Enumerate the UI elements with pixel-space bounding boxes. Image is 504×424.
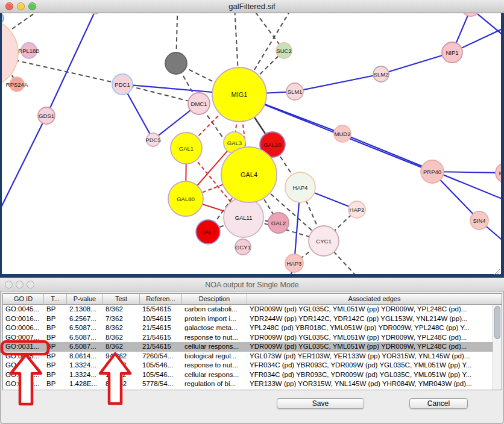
cell-r1c1: BP: [44, 314, 67, 324]
node-cut-corner[interactable]: [2, 13, 4, 23]
table-body: GO:0045...BP2.1308...8/36215/54615carbon…: [3, 305, 493, 390]
vertical-scrollbar[interactable]: [493, 305, 502, 390]
node-gray-node[interactable]: [165, 52, 187, 74]
cell-r3c1: BP: [44, 333, 67, 343]
cell-r7c2: 1.3324...: [67, 370, 103, 380]
noa-output-window: NOA output for Single Mode GO IDT...P-va…: [0, 278, 504, 424]
node-label-GAL10: GAL10: [263, 142, 282, 148]
node-label-NIP1: NIP1: [446, 49, 458, 56]
cell-r7c3: 11/362: [103, 370, 140, 380]
cell-r8c5: regulation of bi...: [182, 379, 247, 389]
column-header-2[interactable]: P-value: [67, 294, 103, 305]
edge-blue: [2, 116, 46, 224]
cell-r8c0: GO:0050...: [3, 379, 44, 389]
cell-r8c3: 80/362: [103, 379, 140, 389]
table-row-5[interactable]: GO:0065...BP8.0614...94/3627260/54...bio…: [3, 352, 493, 361]
noa-window-title: NOA output for Single Mode: [0, 278, 504, 292]
cell-r2c5: galactose meta...: [182, 323, 247, 333]
cell-r4c0: GO:0031...: [3, 342, 44, 352]
cell-r0c2: 2.1308...: [67, 305, 103, 314]
column-header-4[interactable]: Referen...: [140, 294, 182, 305]
cell-r1c2: 6.2567...: [67, 314, 103, 324]
cell-r5c6: YGL073W (pd) YER103W, YER133W (pp) YOR31…: [247, 352, 493, 361]
node-label-GAL4: GAL4: [241, 171, 257, 178]
network-window-title: galFiltered.sif: [0, 0, 504, 13]
scrollbar-thumb[interactable]: [494, 306, 500, 339]
node-cut-top-1[interactable]: [90, 13, 101, 14]
column-header-3[interactable]: Test: [103, 294, 140, 305]
cell-r0c5: carbon cataboli...: [182, 305, 247, 314]
node-cut-top-3[interactable]: [462, 13, 480, 16]
cell-r7c6: YFR034C (pd) YBR093C, YDR009W (pd) YGL03…: [247, 370, 493, 380]
table-header-row: GO IDT...P-valueTestReferen...Desciption…: [3, 294, 502, 305]
cell-r0c0: GO:0045...: [3, 305, 44, 314]
cell-r2c2: 6.5087...: [67, 323, 103, 333]
node-label-GDS1: GDS1: [39, 113, 54, 119]
network-window-titlebar: galFiltered.sif: [0, 0, 504, 13]
node-label-GAL1: GAL1: [179, 145, 194, 152]
table-row-0[interactable]: GO:0045...BP2.1308...8/36215/54615carbon…: [3, 305, 493, 314]
cell-r0c6: YDR009W (pd) YGL035C, YML051W (pp) YDR00…: [247, 305, 493, 314]
cell-r8c1: BP: [44, 379, 67, 389]
column-header-6[interactable]: Associated edges: [247, 294, 502, 305]
cell-r2c0: GO:0006...: [3, 323, 44, 333]
cell-r7c1: BP: [44, 370, 67, 380]
cell-r4c3: 8/362: [103, 342, 140, 352]
table-row-1[interactable]: GO:0016...BP6.2567...7/36210/54615protei…: [3, 314, 493, 324]
cell-r8c4: 5778/54...: [140, 379, 182, 389]
cell-r6c6: YFR034C (pd) YBR093C, YDR009W (pd) YGL03…: [247, 361, 493, 370]
cell-r8c6: YER133W (pp) YOR315W, YNL145W (pd) YHR08…: [247, 379, 493, 389]
cell-r7c5: cellular respons...: [182, 370, 247, 380]
cell-r3c6: YDR009W (pd) YGL035C, YML051W (pp) YDR00…: [247, 333, 493, 343]
cell-r4c1: BP: [44, 342, 67, 352]
node-label-SLM2: SLM2: [374, 71, 389, 78]
cell-r5c4: 7260/54...: [140, 352, 182, 361]
node-label-GAL80: GAL80: [177, 196, 195, 202]
node-label-RPS24A: RPS24A: [6, 81, 28, 88]
column-header-1[interactable]: T...: [44, 294, 67, 305]
column-header-5[interactable]: Desciption: [182, 294, 247, 305]
node-label-GAL2: GAL2: [271, 220, 286, 226]
cell-r3c3: 8/362: [103, 333, 140, 343]
node-label-SLM1: SLM1: [288, 89, 303, 95]
cell-r5c0: GO:0065...: [3, 352, 44, 361]
table-row-2[interactable]: GO:0006...BP6.5087...8/36221/54615galact…: [3, 323, 493, 333]
go-term-table: GO IDT...P-valueTestReferen...Desciption…: [2, 293, 502, 390]
node-label-RPL18B: RPL18B: [18, 48, 39, 54]
node-label-PRP40: PRP40: [423, 169, 441, 175]
cell-r3c0: GO:0007...: [3, 333, 44, 343]
cell-r3c5: response to nut...: [182, 333, 247, 343]
cell-r7c0: GO:0031...: [3, 370, 44, 380]
table-row-7[interactable]: GO:0031...BP1.3324...11/362105/546...cel…: [3, 370, 493, 380]
table-row-8[interactable]: GO:0050...BP1.428E...80/3625778/54...reg…: [3, 379, 493, 389]
node-label-HAP4: HAP4: [293, 184, 308, 191]
node-label-PDC5: PDC5: [145, 137, 160, 143]
table-row-4[interactable]: GO:0031...BP6.5087...8/36221/54615cellul…: [3, 342, 493, 352]
cell-r0c1: BP: [44, 305, 67, 314]
network-canvas[interactable]: RPL18BRPS24AGDS1PDC1DMC1MIG1SUC2SLM1SLM2…: [2, 13, 501, 274]
node-label-GAL7: GAL7: [201, 229, 215, 235]
node-label-MIG1: MIG1: [232, 91, 248, 98]
cell-r6c5: response to nut...: [182, 361, 247, 370]
node-label-DMC1: DMC1: [191, 101, 207, 107]
cell-r6c3: 11/362: [103, 361, 140, 370]
table-row-3[interactable]: GO:0007...BP6.5087...8/36221/54615respon…: [3, 333, 493, 343]
save-button[interactable]: Save: [277, 398, 364, 409]
table-row-6[interactable]: GO:0031...BP1.3324...11/362105/546...res…: [3, 361, 493, 370]
cell-r5c5: biological regul...: [182, 352, 247, 361]
cell-r2c1: BP: [44, 323, 67, 333]
cancel-button[interactable]: Cancel: [409, 398, 468, 409]
cell-r4c2: 6.5087...: [67, 342, 103, 352]
cell-r1c6: YDR244W (pp) YDR142C, YDR142C (pp) YGL15…: [247, 314, 493, 324]
column-header-0[interactable]: GO ID: [3, 294, 44, 305]
cell-r6c4: 105/546...: [140, 361, 182, 370]
edge-dashed: [12, 13, 60, 29]
cell-r0c3: 8/362: [103, 305, 140, 314]
node-label-MUD2: MUD2: [335, 131, 351, 137]
edge-dashed: [15, 60, 122, 84]
cell-r1c4: 10/54615: [140, 314, 182, 324]
edge-blue: [295, 74, 381, 92]
cell-r3c4: 21/54615: [140, 333, 182, 343]
resize-grip[interactable]: [492, 267, 500, 276]
cell-r1c0: GO:0016...: [3, 314, 44, 324]
